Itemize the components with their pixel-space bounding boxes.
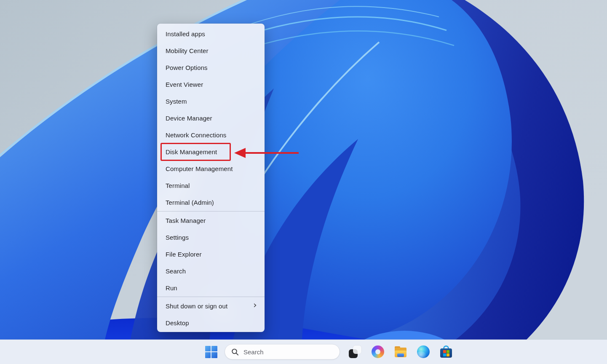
menu-item-search[interactable]: Search	[157, 262, 265, 279]
menu-item-settings[interactable]: Settings	[157, 229, 265, 246]
menu-item-shut-down-or-sign-out[interactable]: Shut down or sign out ›	[157, 297, 265, 314]
edge-icon	[417, 345, 430, 358]
task-view-icon	[349, 345, 361, 358]
menu-separator	[157, 297, 265, 297]
menu-item-label: Task Manager	[166, 217, 206, 224]
annotation-highlight-box	[160, 143, 231, 161]
menu-item-mobility-center[interactable]: Mobility Center	[157, 42, 265, 59]
menu-item-label: Terminal	[166, 182, 190, 189]
menu-item-terminal-admin[interactable]: Terminal (Admin)	[157, 194, 265, 211]
file-explorer-icon	[394, 345, 407, 358]
copilot-icon	[372, 345, 384, 358]
menu-item-label: Network Connections	[166, 131, 226, 139]
menu-item-system[interactable]: System	[157, 93, 265, 110]
microsoft-store-icon	[439, 345, 453, 359]
edge-browser-button[interactable]	[415, 344, 431, 360]
menu-item-device-manager[interactable]: Device Manager	[157, 110, 265, 126]
menu-item-label: Device Manager	[166, 115, 212, 122]
annotation-arrow-icon	[233, 146, 300, 160]
desktop: Installed apps Mobility Center Power Opt…	[0, 0, 607, 364]
menu-item-event-viewer[interactable]: Event Viewer	[157, 76, 265, 93]
menu-item-computer-management[interactable]: Computer Management	[157, 160, 265, 177]
start-button[interactable]	[203, 344, 219, 360]
search-placeholder: Search	[243, 348, 264, 356]
menu-item-label: File Explorer	[166, 251, 202, 258]
menu-item-desktop[interactable]: Desktop	[157, 314, 265, 331]
menu-item-label: Settings	[166, 234, 189, 241]
copilot-button[interactable]	[370, 344, 386, 360]
menu-item-label: Run	[166, 284, 177, 292]
file-explorer-button[interactable]	[393, 344, 409, 360]
menu-item-label: Shut down or sign out	[166, 302, 227, 310]
task-view-button[interactable]	[347, 344, 363, 360]
menu-item-file-explorer[interactable]: File Explorer	[157, 246, 265, 262]
wallpaper-bloom	[0, 0, 607, 364]
menu-item-label: System	[166, 98, 187, 105]
menu-item-label: Terminal (Admin)	[166, 199, 214, 206]
search-icon	[231, 348, 239, 356]
windows-logo-icon	[205, 346, 217, 358]
menu-item-installed-apps[interactable]: Installed apps	[157, 25, 265, 42]
menu-item-run[interactable]: Run	[157, 279, 265, 296]
menu-item-label: Power Options	[166, 64, 208, 71]
menu-item-network-connections[interactable]: Network Connections	[157, 126, 265, 143]
menu-item-power-options[interactable]: Power Options	[157, 59, 265, 76]
menu-item-label: Desktop	[166, 319, 189, 327]
taskbar: Search	[0, 340, 607, 364]
menu-item-label: Installed apps	[166, 30, 205, 37]
menu-item-task-manager[interactable]: Task Manager	[157, 212, 265, 229]
menu-item-label: Event Viewer	[166, 81, 203, 88]
menu-item-label: Mobility Center	[166, 47, 209, 54]
menu-item-label: Search	[166, 268, 186, 275]
microsoft-store-button[interactable]	[438, 344, 454, 360]
taskbar-search-box[interactable]: Search	[225, 344, 340, 360]
menu-item-terminal[interactable]: Terminal	[157, 177, 265, 194]
menu-item-label: Computer Management	[166, 165, 233, 172]
menu-separator	[157, 211, 265, 211]
winx-context-menu: Installed apps Mobility Center Power Opt…	[157, 24, 265, 332]
chevron-right-icon: ›	[253, 300, 257, 310]
